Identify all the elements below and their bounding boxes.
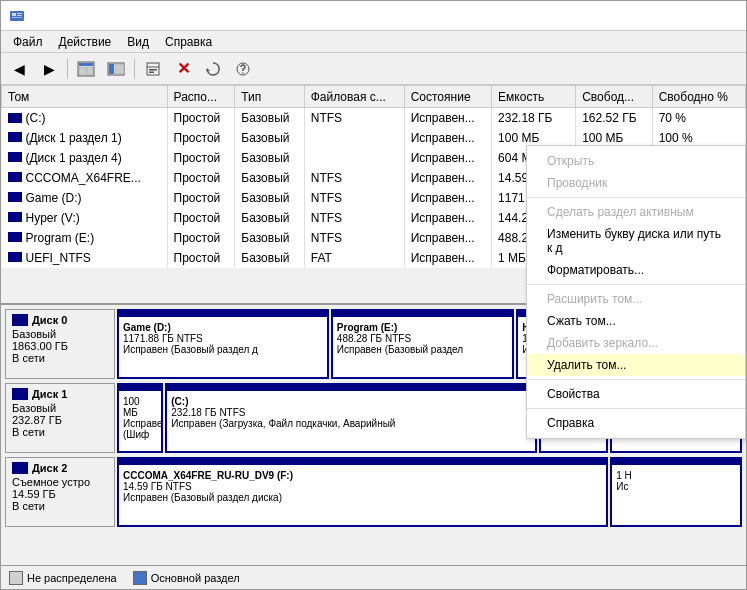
toolbar-sep-2 [134, 59, 135, 79]
title-bar-left [9, 8, 31, 24]
delete-button[interactable]: ✕ [169, 56, 197, 82]
properties-button[interactable] [139, 56, 167, 82]
menu-item-вид[interactable]: Вид [119, 33, 157, 51]
help-button[interactable] [229, 56, 257, 82]
forward-button[interactable]: ▶ [35, 56, 63, 82]
context-menu-item: Добавить зеркало... [527, 332, 745, 354]
svg-rect-6 [79, 63, 93, 66]
legend-item: Не распределена [9, 571, 117, 585]
title-controls [650, 5, 738, 27]
table-cell: NTFS [304, 208, 404, 228]
partition-name: Program (E:) [337, 322, 508, 333]
toolbar: ◀ ▶ ✕ [1, 53, 746, 85]
context-menu-item[interactable]: Свойства [527, 383, 745, 405]
context-menu-separator [527, 408, 745, 409]
svg-rect-4 [12, 17, 22, 18]
partition-content: 100 МБИсправен (Шиф [123, 396, 157, 440]
toolbar-sep-1 [67, 59, 68, 79]
table-row[interactable]: (C:)ПростойБазовыйNTFSИсправен...232.18 … [2, 108, 746, 128]
context-menu-item[interactable]: Справка [527, 412, 745, 434]
back-button[interactable]: ◀ [5, 56, 33, 82]
disk-drive-icon [12, 462, 28, 474]
svg-rect-14 [149, 69, 157, 71]
svg-rect-7 [79, 67, 86, 75]
context-menu-item[interactable]: Изменить букву диска или путь к д [527, 223, 745, 259]
partition-top-bar [333, 311, 512, 317]
table-cell: FAT [304, 248, 404, 268]
svg-rect-2 [17, 13, 22, 14]
context-menu-item[interactable]: Удалить том... [527, 354, 745, 376]
table-cell: Hyper (V:) [2, 208, 168, 228]
disk-status: В сети [12, 500, 108, 512]
partition-button[interactable] [102, 56, 130, 82]
partition-sub: Исправен (Загрузка, Файл подкачки, Авари… [171, 418, 531, 429]
table-cell: NTFS [304, 188, 404, 208]
partition-content: Program (E:)488.28 ГБ NTFSИсправен (Базо… [337, 322, 508, 355]
table-cell: Исправен... [404, 228, 491, 248]
partition-detail: 232.18 ГБ NTFS [171, 407, 531, 418]
partition[interactable]: CCCOMA_X64FRE_RU-RU_DV9 (F:)14.59 ГБ NTF… [117, 457, 608, 527]
table-cell: Исправен... [404, 208, 491, 228]
disk-icon [8, 232, 22, 242]
partition-detail: 488.28 ГБ NTFS [337, 333, 508, 344]
table-cell: NTFS [304, 228, 404, 248]
window-icon [9, 8, 25, 24]
col-header: Свобод... [576, 86, 653, 108]
table-cell: Простой [167, 228, 235, 248]
disk-type: Базовый [12, 402, 108, 414]
partition[interactable]: 1 НИс [610, 457, 742, 527]
disk-label: Диск 2Съемное устро14.59 ГБВ сети [5, 457, 115, 527]
table-cell: Простой [167, 208, 235, 228]
table-cell: Исправен... [404, 248, 491, 268]
partition[interactable]: Game (D:)1171.88 ГБ NTFSИсправен (Базовы… [117, 309, 329, 379]
refresh-button[interactable] [199, 56, 227, 82]
svg-point-18 [242, 72, 244, 74]
svg-marker-16 [206, 68, 210, 71]
context-menu-item[interactable]: Сжать том... [527, 310, 745, 332]
partition-sub: Исправен (Базовый раздел д [123, 344, 323, 355]
svg-rect-10 [109, 64, 114, 74]
maximize-button[interactable] [680, 5, 708, 27]
table-cell: Program (E:) [2, 228, 168, 248]
context-menu-item: Проводник [527, 172, 745, 194]
legend-label: Основной раздел [151, 572, 240, 584]
disk-size: 232.87 ГБ [12, 414, 108, 426]
disk-view-button[interactable] [72, 56, 100, 82]
svg-rect-15 [149, 71, 154, 73]
main-content: ТомРаспо...ТипФайловая с...СостояниеЕмко… [1, 85, 746, 565]
close-button[interactable] [710, 5, 738, 27]
partition-top-bar [119, 459, 606, 465]
svg-rect-3 [17, 15, 22, 16]
legend-item: Основной раздел [133, 571, 240, 585]
partition[interactable]: Program (E:)488.28 ГБ NTFSИсправен (Базо… [331, 309, 514, 379]
col-header: Состояние [404, 86, 491, 108]
table-cell: 70 % [652, 108, 745, 128]
minimize-button[interactable] [650, 5, 678, 27]
partition-content: CCCOMA_X64FRE_RU-RU_DV9 (F:)14.59 ГБ NTF… [123, 470, 602, 503]
table-cell: Game (D:) [2, 188, 168, 208]
table-cell: Исправен... [404, 188, 491, 208]
menu-item-файл[interactable]: Файл [5, 33, 51, 51]
partition-content: 1 НИс [616, 470, 736, 492]
svg-rect-1 [12, 13, 16, 16]
col-header: Распо... [167, 86, 235, 108]
disk-icon [8, 152, 22, 162]
partition-sub: Ис [616, 481, 736, 492]
partition[interactable]: (C:)232.18 ГБ NTFSИсправен (Загрузка, Фа… [165, 383, 537, 453]
table-cell: NTFS [304, 168, 404, 188]
menu-item-справка[interactable]: Справка [157, 33, 220, 51]
context-menu-separator [527, 379, 745, 380]
disk-icon [8, 132, 22, 142]
context-menu-item[interactable]: Форматировать... [527, 259, 745, 281]
table-cell [304, 128, 404, 148]
table-cell: (Диск 1 раздел 4) [2, 148, 168, 168]
table-cell: (Диск 1 раздел 1) [2, 128, 168, 148]
partition[interactable]: 100 МБИсправен (Шиф [117, 383, 163, 453]
legend-box [133, 571, 147, 585]
disk-size: 14.59 ГБ [12, 488, 108, 500]
partition-content: (C:)232.18 ГБ NTFSИсправен (Загрузка, Фа… [171, 396, 531, 429]
table-cell: Простой [167, 148, 235, 168]
svg-rect-8 [87, 67, 93, 75]
col-header: Свободно % [652, 86, 745, 108]
menu-item-действие[interactable]: Действие [51, 33, 120, 51]
